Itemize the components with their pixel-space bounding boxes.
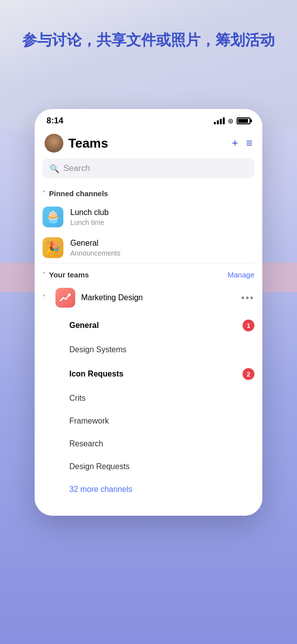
channel-general-name: General <box>69 321 99 330</box>
phone-mockup: 8:14 ⊛ Teams + ≡ 🔍 Search <box>35 109 262 516</box>
general-info: General Announcements <box>70 238 254 257</box>
lunch-club-icon: 🧁 <box>43 207 63 227</box>
channel-design-requests[interactable]: Design Requests <box>35 455 262 478</box>
pinned-channel-lunch[interactable]: 🧁 Lunch club Lunch time <box>35 202 262 232</box>
manage-link[interactable]: Manage <box>228 270 254 279</box>
general-subtitle: Announcements <box>70 249 254 257</box>
search-icon: 🔍 <box>50 164 59 173</box>
battery-icon <box>237 117 250 124</box>
channel-design-systems[interactable]: Design Systems <box>35 338 262 361</box>
general-icon: 🎉 <box>43 237 63 258</box>
avatar[interactable] <box>45 134 63 153</box>
signal-icon <box>214 117 225 124</box>
channel-crits-name: Crits <box>69 394 86 403</box>
battery-fill <box>238 119 248 123</box>
channel-framework-name: Framework <box>69 417 109 426</box>
status-icons: ⊛ <box>214 117 250 125</box>
pinned-channel-general[interactable]: 🎉 General Announcements <box>35 232 262 263</box>
search-bar[interactable]: 🔍 Search <box>43 159 254 178</box>
status-bar: 8:14 ⊛ <box>35 109 262 130</box>
header-actions: + ≡ <box>232 137 252 150</box>
add-button[interactable]: + <box>232 137 238 150</box>
pinned-chevron-icon: ˅ <box>43 190 46 197</box>
marketing-design-icon <box>55 288 75 308</box>
app-header: Teams + ≡ <box>35 130 262 159</box>
search-placeholder: Search <box>63 163 90 173</box>
wifi-icon: ⊛ <box>228 117 234 125</box>
team-expand-chevron: ˅ <box>43 294 50 301</box>
your-teams-section-header: ˅ Your teams Manage <box>35 268 262 283</box>
pinned-channels-section-header: ˅ Pinned channels <box>35 186 262 202</box>
your-teams-title-wrap: ˅ Your teams <box>43 270 89 279</box>
svg-rect-0 <box>58 291 72 305</box>
app-title: Teams <box>68 136 232 151</box>
channel-framework[interactable]: Framework <box>35 410 262 432</box>
team-marketing-design[interactable]: ˅ Marketing Design ••• <box>35 283 262 313</box>
channel-general-badge: 1 <box>243 320 254 331</box>
more-channels-link[interactable]: 32 more channels <box>35 478 262 501</box>
channel-research[interactable]: Research <box>35 432 262 455</box>
lunch-club-name: Lunch club <box>70 208 254 217</box>
channel-icon-requests-name: Icon Requests <box>69 370 123 378</box>
general-name: General <box>70 238 254 248</box>
team-more-icon[interactable]: ••• <box>241 292 254 304</box>
channel-research-name: Research <box>69 439 103 448</box>
more-channels-text: 32 more channels <box>69 485 132 493</box>
lunch-club-subtitle: Lunch time <box>70 218 254 226</box>
channel-icon-requests[interactable]: Icon Requests 2 <box>35 361 262 387</box>
marketing-design-name: Marketing Design <box>81 293 235 302</box>
your-teams-title: Your teams <box>49 270 89 279</box>
channel-design-requests-name: Design Requests <box>69 462 130 471</box>
filter-button[interactable]: ≡ <box>246 137 252 150</box>
avatar-face <box>45 134 63 153</box>
phone-bottom <box>35 501 262 516</box>
page-heading: 参与讨论，共享文件或照片，筹划活动 <box>0 30 297 51</box>
section-title-wrap: ˅ Pinned channels <box>43 189 108 198</box>
lunch-club-info: Lunch club Lunch time <box>70 208 254 226</box>
pinned-section-title: Pinned channels <box>49 189 108 198</box>
status-time: 8:14 <box>47 116 63 126</box>
your-teams-chevron-icon: ˅ <box>43 271 46 278</box>
channel-general-sub[interactable]: General 1 <box>35 313 262 338</box>
channel-icon-requests-badge: 2 <box>243 368 254 380</box>
channel-design-systems-name: Design Systems <box>69 345 127 354</box>
channel-crits[interactable]: Crits <box>35 387 262 410</box>
